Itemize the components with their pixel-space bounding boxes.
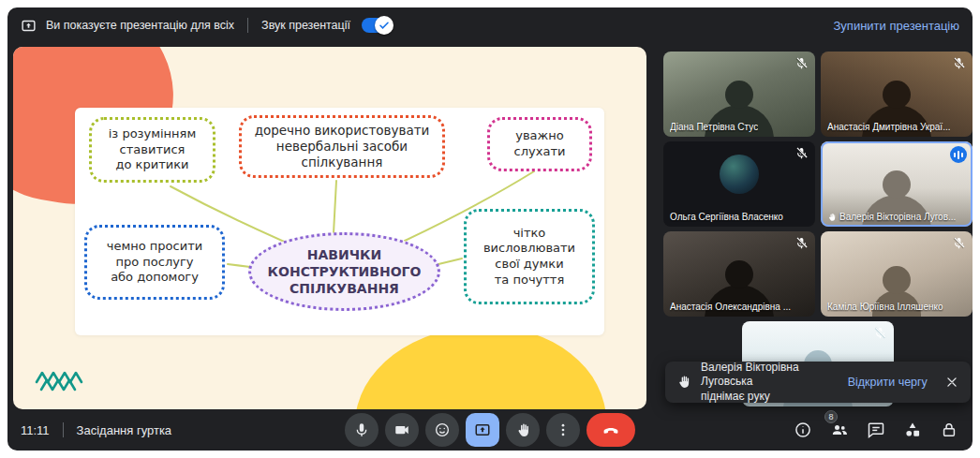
- reactions-button[interactable]: [425, 413, 459, 447]
- mindmap-card: із розумінням ставитися до критики дореч…: [75, 108, 604, 335]
- speaking-indicator-icon: [950, 146, 967, 163]
- participant-name: Анастасія Дмитрівна Украї...: [827, 122, 950, 132]
- mic-muted-icon: [794, 236, 809, 251]
- camera-button[interactable]: [385, 413, 419, 447]
- mic-button[interactable]: [345, 413, 379, 447]
- mindmap-bubble-nonverbal: доречно використовувати невербальні засо…: [239, 115, 445, 178]
- end-call-button[interactable]: [587, 413, 635, 447]
- mindmap-bubble-ask-politely: чемно просити про послугу або допомогу: [84, 225, 225, 300]
- chat-button[interactable]: [866, 420, 886, 440]
- mic-muted-icon: [794, 56, 809, 71]
- presentation-sound-toggle[interactable]: [362, 18, 392, 33]
- control-bar: 11:11 Засідання гуртка: [7, 409, 973, 451]
- close-icon[interactable]: [944, 374, 959, 391]
- open-queue-button[interactable]: Відкрити чергу: [848, 376, 928, 389]
- divider: [247, 18, 248, 33]
- participant-name: Валерія Вікторівна Лугов...: [827, 212, 956, 222]
- presenting-label: Ви показуєте презентацію для всіх: [46, 19, 234, 32]
- mic-muted-icon: [873, 326, 888, 341]
- participant-tile[interactable]: Ольга Сергіївна Власенко: [663, 141, 815, 227]
- more-options-button[interactable]: [546, 413, 580, 447]
- mic-muted-icon: [952, 236, 967, 251]
- presentation-slide: із розумінням ставитися до критики дореч…: [13, 47, 646, 409]
- decor-yellow-blob: [355, 326, 606, 409]
- participant-name: Діана Петрівна Стус: [670, 122, 758, 132]
- participants-grid: Діана Петрівна Стус Анастасія Дмитрівна …: [663, 52, 973, 409]
- mindmap-bubble-express: чітко висловлювати свої думки та почуття: [464, 209, 595, 304]
- stop-presentation-button[interactable]: Зупинити презентацію: [834, 19, 959, 33]
- divider: [63, 422, 64, 437]
- activities-button[interactable]: [902, 420, 923, 440]
- present-screen-icon: [21, 18, 37, 34]
- participant-tile[interactable]: Анастасія Дмитрівна Украї...: [821, 52, 973, 137]
- clock: 11:11: [21, 423, 50, 437]
- participant-tile[interactable]: Анастасія Олександрівна ...: [663, 231, 815, 317]
- participant-name: Анастасія Олександрівна ...: [670, 302, 791, 312]
- participant-tile[interactable]: Діана Петрівна Стус: [663, 52, 815, 137]
- presentation-sound-label: Звук презентації: [261, 19, 350, 32]
- participant-tile-active-speaker[interactable]: Валерія Вікторівна Лугов...: [821, 141, 973, 227]
- participant-count-badge: 8: [824, 410, 838, 423]
- people-button[interactable]: 8: [829, 420, 850, 440]
- raised-hand-icon: [827, 213, 837, 222]
- decor-squiggle-icon: [34, 365, 107, 393]
- raise-hand-button[interactable]: [506, 413, 540, 447]
- participant-name: Каміла Юріївна Ілляшенко: [827, 302, 943, 312]
- mindmap-bubble-criticism: із розумінням ставитися до критики: [89, 117, 215, 183]
- toast-message: Валерія Вікторівна Луговська піднімає ру…: [701, 361, 839, 405]
- participant-name: Ольга Сергіївна Власенко: [670, 212, 783, 222]
- mindmap-center-title: НАВИЧКИ КОНСТРУКТИВНОГО СПІЛКУВАННЯ: [248, 232, 440, 311]
- mindmap-bubble-listen: уважно слухати: [487, 117, 592, 171]
- toggle-check-icon: [375, 16, 393, 35]
- hand-raise-toast: Валерія Вікторівна Луговська піднімає ру…: [665, 362, 971, 403]
- meet-window: Ви показуєте презентацію для всіх Звук п…: [7, 7, 973, 451]
- mic-muted-icon: [794, 146, 809, 161]
- present-button-active[interactable]: [466, 413, 499, 447]
- host-controls-button[interactable]: [939, 420, 959, 440]
- participant-tile[interactable]: Каміла Юріївна Ілляшенко: [821, 231, 973, 317]
- presentation-banner: Ви показуєте презентацію для всіх Звук п…: [7, 7, 973, 43]
- mic-muted-icon: [952, 56, 967, 71]
- meeting-details-button[interactable]: [793, 420, 813, 440]
- raised-hand-icon: [676, 375, 691, 390]
- meeting-name: Засідання гуртка: [77, 423, 172, 437]
- participant-avatar: [720, 155, 759, 194]
